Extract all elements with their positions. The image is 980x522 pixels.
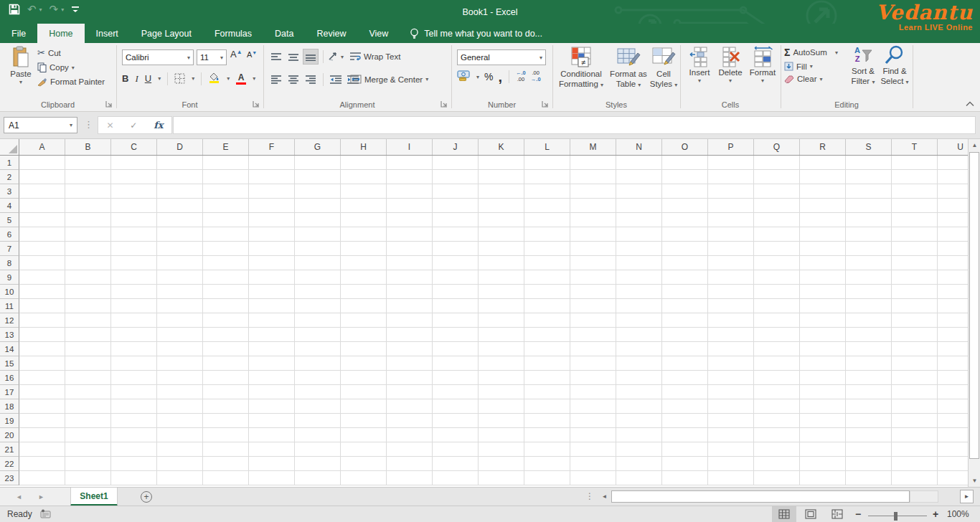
cell-U4[interactable] xyxy=(938,199,968,213)
cell-U12[interactable] xyxy=(938,313,968,328)
cell-T3[interactable] xyxy=(892,184,938,199)
cell-J2[interactable] xyxy=(433,170,479,184)
cell-F5[interactable] xyxy=(249,213,295,227)
row-header-9[interactable]: 9 xyxy=(0,270,19,285)
cell-P4[interactable] xyxy=(708,199,754,213)
tab-page-layout[interactable]: Page Layout xyxy=(130,24,203,43)
cell-M8[interactable] xyxy=(570,256,616,270)
cell-T5[interactable] xyxy=(892,213,938,227)
cell-N8[interactable] xyxy=(616,256,662,270)
cell-J17[interactable] xyxy=(433,385,479,399)
cell-E23[interactable] xyxy=(203,471,249,485)
column-header-H[interactable]: H xyxy=(341,139,387,155)
cell-A11[interactable] xyxy=(19,299,65,313)
cell-H7[interactable] xyxy=(341,242,387,256)
cell-N5[interactable] xyxy=(616,213,662,227)
orientation-dropdown-icon[interactable]: ▾ xyxy=(341,54,344,60)
cell-A1[interactable] xyxy=(19,156,65,170)
cell-S14[interactable] xyxy=(846,342,892,356)
cell-T4[interactable] xyxy=(892,199,938,213)
cell-B13[interactable] xyxy=(65,328,111,342)
cell-L12[interactable] xyxy=(524,313,570,328)
cell-C2[interactable] xyxy=(111,170,157,184)
cell-T12[interactable] xyxy=(892,313,938,328)
cell-R9[interactable] xyxy=(800,270,846,285)
page-layout-view-button[interactable] xyxy=(798,506,823,522)
tab-formulas[interactable]: Formulas xyxy=(203,24,263,43)
undo-dropdown-icon[interactable]: ▾ xyxy=(39,6,42,13)
cell-E7[interactable] xyxy=(203,242,249,256)
accounting-format-button[interactable] xyxy=(457,70,471,83)
cell-E15[interactable] xyxy=(203,356,249,371)
macro-record-icon[interactable] xyxy=(40,509,51,518)
cell-O1[interactable] xyxy=(662,156,708,170)
cell-I19[interactable] xyxy=(387,414,433,428)
cell-K1[interactable] xyxy=(479,156,524,170)
cell-T17[interactable] xyxy=(892,385,938,399)
cell-F21[interactable] xyxy=(249,442,295,457)
cell-R22[interactable] xyxy=(800,457,846,471)
row-header-11[interactable]: 11 xyxy=(0,299,19,313)
cell-J20[interactable] xyxy=(433,428,479,442)
cell-D17[interactable] xyxy=(157,385,203,399)
cell-C6[interactable] xyxy=(111,227,157,242)
cell-G1[interactable] xyxy=(295,156,341,170)
cell-H3[interactable] xyxy=(341,184,387,199)
cell-R11[interactable] xyxy=(800,299,846,313)
cell-H21[interactable] xyxy=(341,442,387,457)
cell-D13[interactable] xyxy=(157,328,203,342)
cell-I9[interactable] xyxy=(387,270,433,285)
cell-F8[interactable] xyxy=(249,256,295,270)
collapse-ribbon-icon[interactable] xyxy=(966,101,974,107)
cell-D18[interactable] xyxy=(157,399,203,414)
cell-A15[interactable] xyxy=(19,356,65,371)
cell-N12[interactable] xyxy=(616,313,662,328)
cell-M4[interactable] xyxy=(570,199,616,213)
cell-E19[interactable] xyxy=(203,414,249,428)
cell-D14[interactable] xyxy=(157,342,203,356)
cell-M7[interactable] xyxy=(570,242,616,256)
font-name-combo[interactable]: Calibri▾ xyxy=(122,49,194,65)
cell-D16[interactable] xyxy=(157,371,203,385)
cell-P14[interactable] xyxy=(708,342,754,356)
cell-O13[interactable] xyxy=(662,328,708,342)
column-header-D[interactable]: D xyxy=(157,139,203,155)
cell-M6[interactable] xyxy=(570,227,616,242)
row-header-6[interactable]: 6 xyxy=(0,227,19,242)
increase-decimal-button[interactable]: ←.0.00 xyxy=(516,70,526,82)
cell-O5[interactable] xyxy=(662,213,708,227)
cell-K13[interactable] xyxy=(479,328,524,342)
cell-A17[interactable] xyxy=(19,385,65,399)
cell-E22[interactable] xyxy=(203,457,249,471)
cell-T21[interactable] xyxy=(892,442,938,457)
formula-bar-splitter[interactable]: ⋮ xyxy=(84,119,93,130)
cell-J22[interactable] xyxy=(433,457,479,471)
cell-G2[interactable] xyxy=(295,170,341,184)
cell-I13[interactable] xyxy=(387,328,433,342)
cell-I22[interactable] xyxy=(387,457,433,471)
cell-I23[interactable] xyxy=(387,471,433,485)
cell-K3[interactable] xyxy=(479,184,524,199)
cell-R21[interactable] xyxy=(800,442,846,457)
cell-L4[interactable] xyxy=(524,199,570,213)
cell-K22[interactable] xyxy=(479,457,524,471)
cell-P21[interactable] xyxy=(708,442,754,457)
customize-qat-icon[interactable] xyxy=(71,5,80,14)
cell-B2[interactable] xyxy=(65,170,111,184)
cell-A20[interactable] xyxy=(19,428,65,442)
cell-G4[interactable] xyxy=(295,199,341,213)
cell-H5[interactable] xyxy=(341,213,387,227)
cell-N7[interactable] xyxy=(616,242,662,256)
cell-N4[interactable] xyxy=(616,199,662,213)
cell-P3[interactable] xyxy=(708,184,754,199)
cell-H18[interactable] xyxy=(341,399,387,414)
cell-A16[interactable] xyxy=(19,371,65,385)
cell-Q17[interactable] xyxy=(754,385,800,399)
cell-K5[interactable] xyxy=(479,213,524,227)
cell-K21[interactable] xyxy=(479,442,524,457)
cell-Q2[interactable] xyxy=(754,170,800,184)
cell-C22[interactable] xyxy=(111,457,157,471)
row-header-1[interactable]: 1 xyxy=(0,156,19,170)
cell-K10[interactable] xyxy=(479,285,524,299)
cell-Q23[interactable] xyxy=(754,471,800,485)
